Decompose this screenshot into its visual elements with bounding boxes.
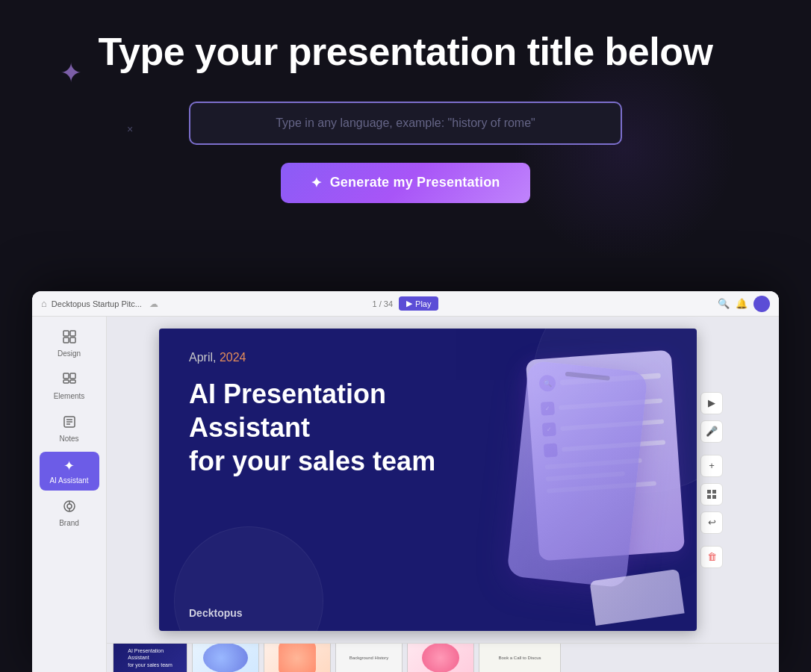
- generate-presentation-button[interactable]: ✦ Generate my Presentation: [281, 163, 529, 203]
- play-slide-button[interactable]: ▶: [700, 392, 723, 414]
- svg-rect-7: [70, 380, 75, 383]
- slide-title-line2: for your sales team: [189, 446, 435, 476]
- slide-illustration: 🔍 ✓: [465, 343, 682, 612]
- svg-rect-0: [63, 331, 69, 336]
- app-window: ⌂ Decktopus Startup Pitc... ☁ 1 / 34 ▶ P…: [32, 291, 779, 672]
- delete-button[interactable]: 🗑: [700, 546, 723, 568]
- window-topbar: ⌂ Decktopus Startup Pitc... ☁ 1 / 34 ▶ P…: [32, 291, 779, 317]
- design-icon: [63, 330, 76, 347]
- slide-counter: 1 / 34: [373, 299, 394, 308]
- thumbnail-6-text: Book a Call to Discus: [498, 656, 541, 660]
- svg-rect-6: [63, 380, 69, 383]
- x-decoration-icon: ×: [127, 123, 133, 135]
- home-icon[interactable]: ⌂: [41, 298, 47, 309]
- sidebar-item-notes[interactable]: Notes: [40, 409, 99, 449]
- generate-button-label: Generate my Presentation: [330, 175, 500, 190]
- zoom-add-button[interactable]: +: [700, 455, 723, 477]
- sidebar: Design Elements: [32, 317, 107, 672]
- sidebar-ai-label: AI Assistant: [49, 476, 88, 485]
- svg-rect-2: [63, 337, 69, 343]
- thumbnail-1-text: AI PresentationAssistantfor your sales t…: [125, 644, 175, 671]
- window-body: Design Elements: [32, 317, 779, 672]
- brand-icon: [63, 500, 76, 517]
- svg-rect-3: [70, 337, 75, 343]
- undo-button[interactable]: ↩: [700, 511, 723, 534]
- thumbnail-4[interactable]: Background History: [335, 643, 403, 672]
- slide-area: April, 2024 AI Presentation Assistant fo…: [107, 317, 779, 643]
- svg-rect-19: [712, 495, 716, 499]
- hero-section: ✦ × Type your presentation title below ✦…: [0, 0, 811, 225]
- slide-title-line1: AI Presentation Assistant: [189, 379, 386, 443]
- button-sparkle-icon: ✦: [311, 175, 322, 191]
- play-icon: ▶: [406, 299, 412, 308]
- sidebar-item-ai-assistant[interactable]: ✦ AI Assistant: [40, 452, 99, 491]
- play-label: Play: [415, 299, 431, 308]
- search-topbar-icon[interactable]: 🔍: [718, 298, 730, 309]
- thumbnail-4-text: Background History: [348, 654, 390, 662]
- thumbnail-2[interactable]: [192, 643, 259, 672]
- cloud-icon: ☁: [149, 299, 158, 309]
- right-controls: ▶ 🎤 + ↩ 🗑: [697, 385, 727, 576]
- svg-rect-5: [70, 373, 75, 379]
- svg-rect-16: [707, 490, 711, 494]
- elements-icon: [63, 373, 76, 390]
- bell-icon[interactable]: 🔔: [736, 298, 748, 309]
- thumbnail-strip: AI PresentationAssistantfor your sales t…: [107, 643, 779, 672]
- topbar-center: 1 / 34 ▶ Play: [373, 296, 439, 311]
- user-avatar[interactable]: [753, 296, 770, 312]
- ai-assistant-icon: ✦: [63, 458, 75, 474]
- svg-rect-4: [63, 373, 69, 379]
- title-input-wrapper: [189, 102, 622, 145]
- sidebar-elements-label: Elements: [54, 392, 85, 400]
- presentation-title-input[interactable]: [189, 102, 622, 145]
- sidebar-item-design[interactable]: Design: [40, 324, 99, 364]
- svg-point-13: [67, 504, 72, 508]
- svg-rect-18: [707, 495, 711, 499]
- topbar-breadcrumb: Decktopus Startup Pitc...: [52, 299, 142, 308]
- sidebar-item-brand[interactable]: Brand: [40, 494, 99, 533]
- grid-view-button[interactable]: [700, 483, 723, 505]
- play-button[interactable]: ▶ Play: [399, 296, 438, 311]
- page-title: Type your presentation title below: [99, 30, 713, 75]
- main-area: April, 2024 AI Presentation Assistant fo…: [107, 317, 779, 672]
- sidebar-item-elements[interactable]: Elements: [40, 367, 99, 406]
- topbar-right: 🔍 🔔: [438, 296, 770, 312]
- thumbnail-6[interactable]: Book a Call to Discus: [479, 643, 561, 672]
- thumbnail-3[interactable]: [264, 643, 331, 672]
- mic-button[interactable]: 🎤: [700, 420, 723, 443]
- slide-logo: Decktopus: [189, 607, 243, 619]
- sparkle-decoration-icon: ✦: [60, 60, 82, 87]
- sidebar-brand-label: Brand: [59, 519, 79, 527]
- svg-rect-1: [70, 331, 75, 336]
- slide-canvas[interactable]: April, 2024 AI Presentation Assistant fo…: [159, 329, 697, 631]
- slide-title: AI Presentation Assistant for your sales…: [189, 377, 473, 478]
- topbar-left: ⌂ Decktopus Startup Pitc... ☁: [41, 298, 373, 309]
- thumbnail-5[interactable]: [407, 643, 474, 672]
- notes-icon: [63, 415, 76, 432]
- svg-rect-17: [712, 490, 716, 494]
- sidebar-notes-label: Notes: [59, 435, 78, 443]
- slide-year: 2024: [220, 351, 246, 364]
- slide-date: April, 2024: [189, 351, 246, 364]
- sidebar-design-label: Design: [58, 349, 81, 358]
- thumbnail-1[interactable]: AI PresentationAssistantfor your sales t…: [113, 643, 187, 672]
